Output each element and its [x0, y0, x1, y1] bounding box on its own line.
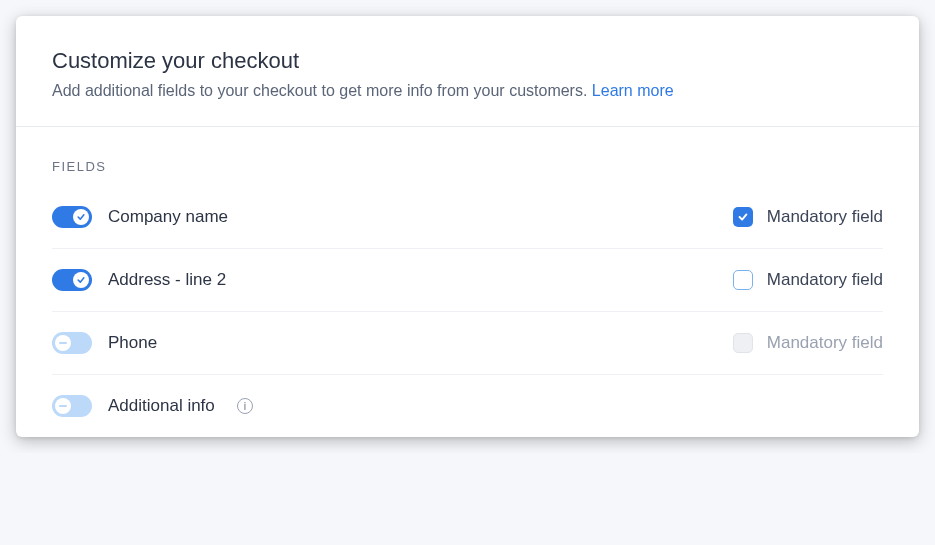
field-right: Mandatory field: [733, 333, 883, 353]
field-label: Phone: [108, 333, 157, 353]
mandatory-label: Mandatory field: [767, 207, 883, 227]
card-header: Customize your checkout Add additional f…: [16, 16, 919, 126]
field-left: Phone: [52, 332, 157, 354]
card-title: Customize your checkout: [52, 48, 883, 74]
toggle-knob-icon: [55, 398, 71, 414]
mandatory-label: Mandatory field: [767, 270, 883, 290]
check-icon: [76, 212, 86, 222]
toggle-additional-info[interactable]: [52, 395, 92, 417]
learn-more-link[interactable]: Learn more: [592, 82, 674, 99]
check-icon: [737, 211, 749, 223]
field-left: Address - line 2: [52, 269, 226, 291]
minus-icon: [59, 342, 67, 344]
mandatory-checkbox-address-line-2[interactable]: [733, 270, 753, 290]
field-label: Address - line 2: [108, 270, 226, 290]
info-icon[interactable]: i: [237, 398, 253, 414]
field-label: Additional info: [108, 396, 215, 416]
field-right: Mandatory field: [733, 270, 883, 290]
mandatory-checkbox-company-name[interactable]: [733, 207, 753, 227]
minus-icon: [59, 405, 67, 407]
toggle-knob-icon: [55, 335, 71, 351]
field-left: Additional info i: [52, 395, 253, 417]
field-row-company-name: Company name Mandatory field: [16, 186, 919, 248]
toggle-phone[interactable]: [52, 332, 92, 354]
toggle-knob-icon: [73, 272, 89, 288]
mandatory-checkbox-phone: [733, 333, 753, 353]
mandatory-label: Mandatory field: [767, 333, 883, 353]
toggle-address-line-2[interactable]: [52, 269, 92, 291]
fields-section-label: FIELDS: [16, 127, 919, 186]
field-row-address-line-2: Address - line 2 Mandatory field: [16, 249, 919, 311]
field-row-additional-info: Additional info i: [16, 375, 919, 437]
field-right: Mandatory field: [733, 207, 883, 227]
check-icon: [76, 275, 86, 285]
card-subtitle: Add additional fields to your checkout t…: [52, 80, 883, 102]
field-label: Company name: [108, 207, 228, 227]
field-row-phone: Phone Mandatory field: [16, 312, 919, 374]
subtitle-text: Add additional fields to your checkout t…: [52, 82, 587, 99]
toggle-company-name[interactable]: [52, 206, 92, 228]
field-left: Company name: [52, 206, 228, 228]
toggle-knob-icon: [73, 209, 89, 225]
checkout-settings-card: Customize your checkout Add additional f…: [16, 16, 919, 437]
